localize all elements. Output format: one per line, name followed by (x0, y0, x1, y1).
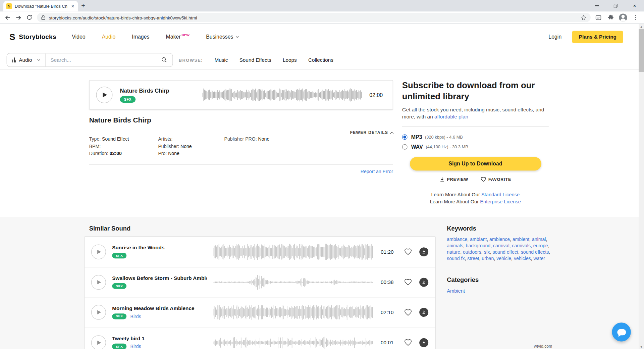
sign-up-download-button[interactable]: Sign Up to Download (410, 157, 541, 170)
favorite-button[interactable]: FAVORITE (481, 177, 511, 182)
forward-button[interactable] (13, 12, 24, 23)
window-close-button[interactable]: × (625, 0, 644, 11)
download-button[interactable] (419, 278, 428, 287)
download-button[interactable] (419, 308, 428, 317)
nav-video[interactable]: Video (72, 34, 85, 40)
format-option-mp3[interactable]: MP3(320 kbps) - 4.6 MB (402, 132, 549, 142)
window-minimize-button[interactable] (587, 0, 606, 11)
category-link[interactable]: Ambient (447, 288, 465, 294)
detail-value: Sound Effect (102, 137, 129, 142)
keyword-link[interactable]: ambience (489, 237, 510, 242)
scroll-up-arrow[interactable]: ▲ (639, 24, 644, 29)
waveform[interactable] (213, 244, 374, 260)
keyword-link[interactable]: vehicle (496, 256, 511, 261)
keyword-link[interactable]: carnival (493, 243, 509, 248)
comma: , (463, 243, 466, 248)
detail-label: Publisher PRO: (224, 137, 257, 142)
format-option-wav[interactable]: WAV(44,100 Hz) - 30.3 MB (402, 142, 549, 151)
keyword-link[interactable]: sound effect (492, 249, 518, 254)
heart-icon (404, 339, 412, 346)
affordable-plan-link[interactable]: affordable plan (434, 114, 468, 119)
tab-close-icon[interactable]: × (70, 3, 75, 9)
keyword-link[interactable]: nature (447, 249, 460, 254)
scrollbar-thumb[interactable] (639, 29, 644, 72)
keyword-link[interactable]: water (534, 256, 545, 261)
favorite-button[interactable] (404, 308, 412, 316)
storyblocks-logo[interactable]: S Storyblocks (9, 33, 56, 41)
chat-widget-button[interactable] (612, 322, 631, 341)
play-button[interactable] (91, 305, 106, 320)
radio-unselected-icon[interactable] (402, 144, 408, 149)
keyword-link[interactable]: animal (532, 237, 546, 242)
tag-link-birds[interactable]: Birds (130, 314, 141, 319)
waveform[interactable] (213, 304, 374, 320)
browse-link-collections[interactable]: Collections (308, 57, 333, 63)
new-tab-button[interactable]: + (78, 1, 89, 11)
search-button[interactable] (156, 57, 172, 63)
keyword-link[interactable]: urban (482, 256, 494, 261)
waveform[interactable] (213, 334, 374, 349)
keyword-link[interactable]: ambiance (447, 237, 467, 242)
reload-button[interactable] (24, 12, 35, 23)
extension-icon[interactable] (593, 12, 604, 23)
address-bar[interactable]: storyblocks.com/audio/stock/nature-birds… (37, 13, 591, 22)
scroll-down-arrow[interactable]: ▼ (639, 344, 644, 349)
browser-menu-button[interactable] (630, 12, 641, 23)
comma: , (487, 237, 489, 242)
site-header: S Storyblocks VideoAudioImagesMakerNEWBu… (0, 24, 639, 50)
track-title[interactable]: Morning Meadow Birds Ambience (112, 306, 207, 311)
browse-link-sound-effects[interactable]: Sound Effects (239, 57, 271, 63)
radio-selected-icon[interactable] (402, 134, 408, 140)
keyword-link[interactable]: carnivals (512, 243, 531, 248)
track-title[interactable]: Tweety bird 1 (112, 336, 207, 342)
nav-images[interactable]: Images (132, 34, 149, 40)
play-button[interactable] (96, 87, 113, 103)
window-restore-button[interactable] (606, 0, 625, 11)
plans-pricing-button[interactable]: Plans & Pricing (572, 31, 623, 43)
license-link[interactable]: Standard License (481, 192, 520, 198)
download-button[interactable] (419, 247, 428, 256)
bookmark-star-icon[interactable] (581, 14, 586, 20)
favorite-button[interactable] (404, 248, 412, 256)
nav-audio[interactable]: Audio (102, 34, 116, 40)
preview-button[interactable]: PREVIEW (440, 177, 468, 182)
nav-businesses[interactable]: Businesses (206, 34, 238, 40)
report-error-link[interactable]: Report an Error (361, 169, 393, 174)
favorite-button[interactable] (404, 278, 412, 286)
play-button[interactable] (91, 335, 106, 349)
page-scrollbar[interactable]: ▲ ▼ (639, 24, 644, 349)
keyword-link[interactable]: street (467, 256, 479, 261)
profile-avatar[interactable] (618, 12, 629, 23)
keyword-link[interactable]: vehicles (514, 256, 531, 261)
favorite-button[interactable] (404, 339, 412, 347)
keyword-link[interactable]: sfx (484, 249, 490, 254)
keyword-link[interactable]: animals (447, 243, 463, 248)
track-title[interactable]: Swallows Before Storm - Suburb Ambie... (112, 276, 207, 281)
login-link[interactable]: Login (548, 34, 561, 40)
search-category-dropdown[interactable]: Audio (7, 53, 46, 66)
keyword-link[interactable]: sound fx (447, 256, 465, 261)
license-link[interactable]: Enterprise License (480, 199, 521, 205)
tag-link-birds[interactable]: Birds (130, 344, 141, 349)
keyword-link[interactable]: europe (533, 243, 548, 248)
browser-tab[interactable]: S Download "Nature Birds Chirp" F × (3, 1, 78, 11)
track-title[interactable]: Sunrise in the Woods (112, 245, 207, 251)
fewer-details-toggle[interactable]: FEWER DETAILS (320, 130, 393, 135)
back-button[interactable] (2, 12, 13, 23)
extensions-puzzle-icon[interactable] (605, 12, 616, 23)
browse-link-music[interactable]: Music (214, 57, 228, 63)
keyword-link[interactable]: background (466, 243, 491, 248)
browse-link-loops[interactable]: Loops (283, 57, 297, 63)
keyword-link[interactable]: ambiant (470, 237, 487, 242)
download-icon (421, 340, 426, 345)
main-waveform[interactable] (202, 88, 362, 102)
play-button[interactable] (91, 244, 106, 259)
waveform[interactable] (213, 274, 374, 290)
keyword-link[interactable]: outdoors (463, 249, 481, 254)
play-button[interactable] (91, 275, 106, 290)
keyword-link[interactable]: ambient (513, 237, 529, 242)
keyword-link[interactable]: sound effects (521, 249, 549, 254)
download-button[interactable] (419, 338, 428, 347)
search-input[interactable] (46, 57, 156, 63)
nav-maker[interactable]: MakerNEW (166, 34, 190, 40)
